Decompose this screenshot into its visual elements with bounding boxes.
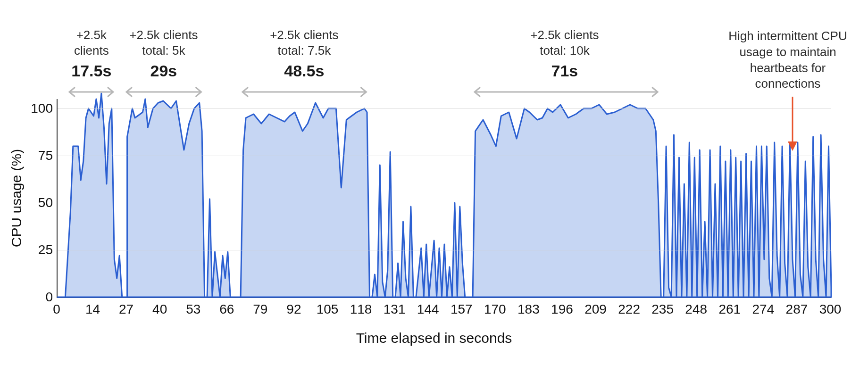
x-tick: 27: [119, 302, 134, 317]
x-tick: 222: [618, 302, 640, 317]
x-tick: 183: [517, 302, 540, 317]
y-axis-label: CPU usage (%): [8, 149, 25, 247]
x-axis-label: Time elapsed in seconds: [0, 330, 868, 346]
x-tick: 66: [219, 302, 234, 317]
y-tick: 100: [25, 101, 53, 116]
x-tick: 0: [53, 302, 60, 317]
x-tick: 144: [417, 302, 439, 317]
chart-stage: CPU usage (%) Time elapsed in seconds Hi…: [0, 0, 868, 382]
burst-annotation: +2.5k clientstotal: 10k71s: [508, 27, 621, 81]
x-tick: 105: [317, 302, 339, 317]
x-tick: 79: [253, 302, 267, 317]
burst-annotation: +2.5k clientstotal: 5k29s: [107, 27, 220, 81]
span-arrow-icon: [236, 85, 373, 99]
x-tick: 248: [685, 302, 707, 317]
y-tick: 0: [25, 290, 53, 305]
x-tick: 287: [786, 302, 808, 317]
heartbeat-note: High intermittent CPU usage to maintain …: [717, 28, 859, 92]
x-tick: 157: [451, 302, 473, 317]
y-tick: 50: [25, 195, 53, 210]
x-tick: 196: [551, 302, 573, 317]
x-tick: 118: [350, 302, 372, 317]
x-tick: 170: [484, 302, 506, 317]
arrow-down-icon: [783, 97, 802, 153]
x-tick: 209: [584, 302, 607, 317]
plot-area: [57, 99, 831, 298]
x-tick: 300: [819, 302, 842, 317]
x-tick: 261: [718, 302, 741, 317]
span-arrow-icon: [468, 85, 664, 99]
x-tick: 235: [651, 302, 674, 317]
x-tick: 53: [186, 302, 200, 317]
x-tick: 92: [286, 302, 301, 317]
x-tick: 274: [752, 302, 775, 317]
y-tick: 75: [25, 148, 53, 163]
span-arrow-icon: [63, 85, 120, 99]
svg-marker-1: [788, 141, 797, 151]
x-tick: 40: [152, 302, 167, 317]
area-series: [58, 99, 831, 297]
x-tick: 14: [85, 302, 100, 317]
span-arrow-icon: [120, 85, 208, 99]
x-tick: 131: [384, 302, 406, 317]
burst-annotation: +2.5k clientstotal: 7.5k48.5s: [248, 27, 361, 81]
y-tick: 25: [25, 242, 53, 257]
